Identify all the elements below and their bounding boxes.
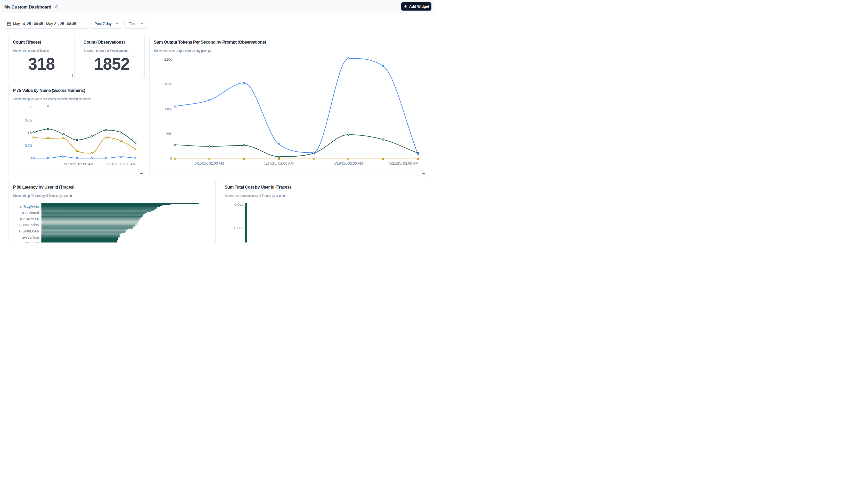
svg-text:u-8sq2w4a: u-8sq2w4a: [20, 205, 39, 209]
svg-text:0.75: 0.75: [25, 118, 32, 122]
svg-text:u-aobnuxf: u-aobnuxf: [22, 211, 39, 215]
svg-text:1100: 1100: [164, 107, 172, 111]
svg-text:0.006: 0.006: [235, 226, 243, 230]
svg-text:1650: 1650: [164, 82, 172, 86]
svg-text:u-8fVa9T3: u-8fVa9T3: [22, 241, 39, 243]
svg-text:5/21/25, 02:00 AM: 5/21/25, 02:00 AM: [389, 161, 418, 165]
svg-text:u-zVqP3hw: u-zVqP3hw: [19, 223, 39, 227]
svg-text:5/19/25, 02:00 AM: 5/19/25, 02:00 AM: [334, 161, 363, 165]
svg-text:550: 550: [166, 132, 172, 136]
svg-text:0.25: 0.25: [25, 144, 32, 148]
svg-text:2200: 2200: [164, 57, 172, 61]
svg-text:0.5: 0.5: [27, 131, 32, 135]
svg-text:5/17/25, 02:00 AM: 5/17/25, 02:00 AM: [64, 162, 93, 166]
svg-text:1: 1: [30, 105, 32, 110]
svg-text:0: 0: [30, 156, 32, 160]
svg-text:u-tFAR5TX: u-tFAR5TX: [20, 217, 39, 221]
svg-text:0.008: 0.008: [235, 202, 243, 206]
svg-text:u-d3qr5cg: u-d3qr5cg: [22, 235, 39, 239]
svg-text:u-5M8D56k: u-5M8D56k: [19, 229, 39, 233]
svg-text:5/17/25, 02:00 AM: 5/17/25, 02:00 AM: [264, 161, 293, 165]
svg-text:5/15/25, 02:00 AM: 5/15/25, 02:00 AM: [195, 161, 224, 165]
svg-text:5/21/25, 02:00 AM: 5/21/25, 02:00 AM: [106, 162, 136, 166]
svg-text:0: 0: [170, 157, 172, 161]
